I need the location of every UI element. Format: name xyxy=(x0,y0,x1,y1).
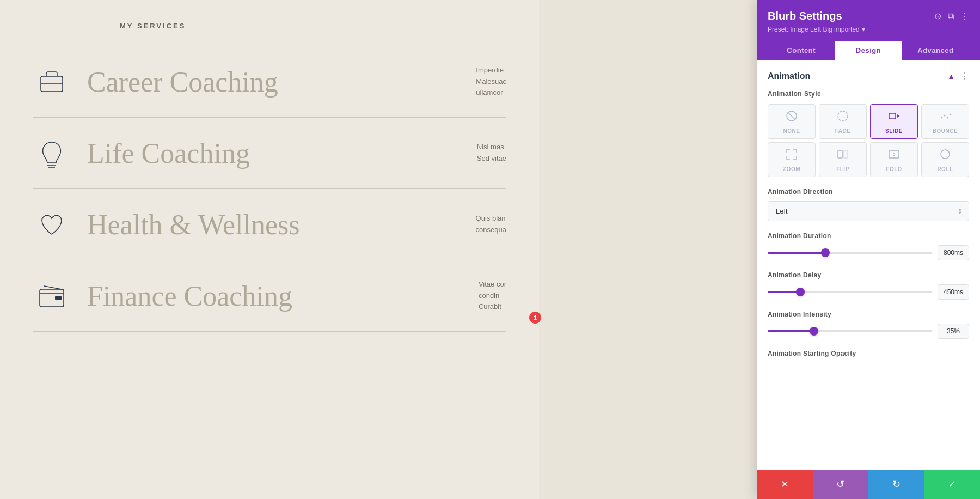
redo-icon: ↻ xyxy=(892,478,901,490)
cancel-button[interactable]: ✕ xyxy=(757,470,813,499)
services-heading: MY SERVICES xyxy=(120,22,506,30)
animation-style-label: Animation Style xyxy=(768,90,969,98)
briefcase-icon xyxy=(33,63,71,101)
service-item-life: Life Coaching Nisl masSed vitae xyxy=(33,118,506,189)
service-title-finance: Finance Coaching xyxy=(87,280,462,312)
animation-style-grid: None Fade Slide Bounce Zoom Flip Fold Ro… xyxy=(768,104,969,177)
service-text-finance: Vitae corcondinCurabit xyxy=(479,279,506,313)
duration-slider-row: 800ms xyxy=(768,245,969,260)
more-icon[interactable]: ⋮ xyxy=(960,11,969,21)
section-controls: ▲ ⋮ xyxy=(947,71,969,81)
direction-select-wrapper: Left Right Top Bottom ⇕ xyxy=(768,201,969,221)
zoom-anim-label: Zoom xyxy=(783,166,800,172)
fold-anim-icon xyxy=(888,148,900,163)
redo-button[interactable]: ↻ xyxy=(868,470,924,499)
animation-opacity-group: Animation Starting Opacity xyxy=(768,350,969,357)
roll-anim-label: Roll xyxy=(937,166,953,172)
animation-direction-group: Animation Direction Left Right Top Botto… xyxy=(768,188,969,221)
svg-rect-17 xyxy=(843,150,848,158)
section-menu-button[interactable]: ⋮ xyxy=(960,71,969,81)
duration-slider-track[interactable] xyxy=(768,252,932,254)
delay-value[interactable]: 450ms xyxy=(938,284,969,300)
service-item-finance: Finance Coaching Vitae corcondinCurabit xyxy=(33,260,506,332)
wallet-icon xyxy=(33,277,71,315)
duration-value[interactable]: 800ms xyxy=(938,245,969,260)
anim-btn-fold[interactable]: Fold xyxy=(870,142,918,177)
opacity-label: Animation Starting Opacity xyxy=(768,350,969,357)
panel-header-icons: ⊙ ⧉ ⋮ xyxy=(934,11,969,21)
duration-slider-fill xyxy=(768,252,825,254)
direction-select[interactable]: Left Right Top Bottom xyxy=(768,201,969,221)
panel-footer: ✕ ↺ ↻ ✓ xyxy=(757,470,980,499)
direction-label: Animation Direction xyxy=(768,188,969,196)
target-icon[interactable]: ⊙ xyxy=(934,11,941,21)
flip-anim-icon xyxy=(837,148,849,163)
save-button[interactable]: ✓ xyxy=(924,470,981,499)
service-item-career: Career Coaching ImperdieMalesuacullamcor xyxy=(33,46,506,118)
intensity-label: Animation Intensity xyxy=(768,311,969,318)
section-title: Animation xyxy=(768,71,810,81)
intensity-slider-track[interactable] xyxy=(768,330,932,332)
svg-point-13 xyxy=(944,115,946,117)
tab-content[interactable]: Content xyxy=(768,41,835,60)
fade-anim-label: Fade xyxy=(835,128,851,134)
notification-badge: 1 xyxy=(529,312,541,324)
anim-btn-bounce[interactable]: Bounce xyxy=(921,104,969,139)
svg-rect-18 xyxy=(889,150,899,158)
panel-title: Blurb Settings xyxy=(768,10,842,22)
slide-anim-label: Slide xyxy=(885,128,903,134)
slide-anim-icon xyxy=(888,110,900,125)
svg-marker-11 xyxy=(897,114,899,118)
svg-point-8 xyxy=(838,111,848,121)
anim-btn-roll[interactable]: Roll xyxy=(921,142,969,177)
tab-design[interactable]: Design xyxy=(835,41,902,60)
fold-anim-label: Fold xyxy=(886,166,902,172)
svg-rect-5 xyxy=(55,296,62,300)
panel-tabs: Content Design Advanced xyxy=(768,41,969,60)
service-item-health: Health & Wellness Quis blanconsequa xyxy=(33,189,506,260)
anim-btn-slide[interactable]: Slide xyxy=(870,104,918,139)
anim-btn-zoom[interactable]: Zoom xyxy=(768,142,816,177)
roll-anim-icon xyxy=(939,148,951,163)
delay-slider-fill xyxy=(768,291,800,293)
anim-btn-fade[interactable]: Fade xyxy=(819,104,867,139)
flip-anim-label: Flip xyxy=(836,166,849,172)
service-title-career: Career Coaching xyxy=(87,66,460,98)
collapse-button[interactable]: ▲ xyxy=(947,72,955,81)
none-anim-label: None xyxy=(783,128,800,134)
fade-anim-icon xyxy=(837,110,849,125)
services-list: Career Coaching ImperdieMalesuacullamcor… xyxy=(33,46,506,332)
svg-rect-16 xyxy=(838,150,842,158)
anim-btn-flip[interactable]: Flip xyxy=(819,142,867,177)
svg-point-15 xyxy=(950,114,951,115)
duration-slider-thumb[interactable] xyxy=(821,248,830,257)
bounce-anim-icon xyxy=(939,110,951,125)
delay-label: Animation Delay xyxy=(768,271,969,279)
cancel-icon: ✕ xyxy=(781,478,789,490)
svg-point-12 xyxy=(941,117,943,119)
animation-intensity-group: Animation Intensity 35% xyxy=(768,311,969,339)
animation-delay-group: Animation Delay 450ms xyxy=(768,271,969,300)
svg-rect-9 xyxy=(889,113,896,119)
save-icon: ✓ xyxy=(948,478,956,490)
anim-btn-none[interactable]: None xyxy=(768,104,816,139)
delay-slider-thumb[interactable] xyxy=(796,288,805,296)
tab-advanced[interactable]: Advanced xyxy=(902,41,969,60)
panel-header-top: Blurb Settings ⊙ ⧉ ⋮ xyxy=(768,10,969,22)
svg-line-7 xyxy=(788,112,795,120)
section-header: Animation ▲ ⋮ xyxy=(768,71,969,81)
panel-header: Blurb Settings ⊙ ⧉ ⋮ Preset: Image Left … xyxy=(757,0,980,60)
intensity-slider-thumb[interactable] xyxy=(810,327,818,336)
service-title-life: Life Coaching xyxy=(87,137,461,169)
delay-slider-track[interactable] xyxy=(768,291,932,293)
main-content: MY SERVICES Career Coaching ImperdieMale… xyxy=(0,0,539,499)
animation-style-group: Animation Style None Fade Slide Bounce Z… xyxy=(768,90,969,177)
heart-icon xyxy=(33,205,71,244)
intensity-slider-fill xyxy=(768,330,814,332)
undo-icon: ↺ xyxy=(836,478,844,490)
undo-button[interactable]: ↺ xyxy=(813,470,869,499)
layout-icon[interactable]: ⧉ xyxy=(948,11,954,21)
intensity-value[interactable]: 35% xyxy=(938,324,969,339)
panel-preset: Preset: Image Left Big imported ▾ xyxy=(768,26,969,33)
none-anim-icon xyxy=(786,110,798,125)
